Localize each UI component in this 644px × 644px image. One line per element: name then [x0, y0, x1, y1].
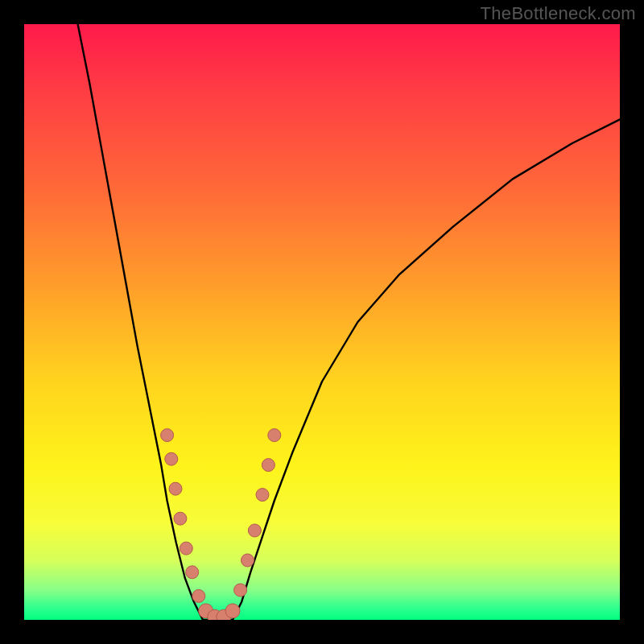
- bottleneck-curve: [78, 24, 620, 620]
- data-marker: [180, 542, 192, 555]
- data-marker: [256, 489, 269, 502]
- chart-svg: [24, 24, 620, 620]
- data-marker: [165, 452, 178, 465]
- data-marker: [234, 584, 247, 597]
- chart-plot-area: [24, 24, 620, 620]
- curve-layer: [78, 24, 620, 620]
- data-marker: [268, 429, 281, 442]
- data-marker: [262, 459, 275, 472]
- data-marker: [242, 554, 254, 567]
- marker-layer: [161, 429, 281, 620]
- data-marker: [161, 429, 174, 442]
- image-frame: TheBottleneck.com: [0, 0, 644, 644]
- data-marker: [248, 524, 261, 537]
- data-marker: [186, 566, 199, 579]
- data-marker: [225, 604, 240, 618]
- data-marker: [174, 512, 187, 525]
- data-marker: [169, 482, 182, 495]
- watermark-text: TheBottleneck.com: [481, 3, 636, 24]
- data-marker: [192, 589, 205, 602]
